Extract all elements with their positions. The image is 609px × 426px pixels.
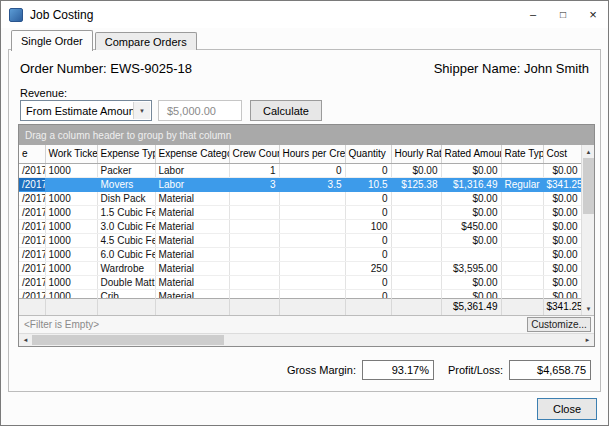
table-row[interactable]: /201710003.0 Cubic FeetMaterial100$450.0… <box>19 219 581 233</box>
cell[interactable] <box>229 247 279 261</box>
cell[interactable]: 10.5 <box>345 177 391 191</box>
cell[interactable]: Movers <box>97 177 155 191</box>
cell[interactable]: $0.00 <box>441 191 501 205</box>
cell[interactable]: 1.5 Cubic Feet <box>97 205 155 219</box>
cell[interactable]: Material <box>155 191 229 205</box>
cell[interactable]: Regular <box>501 177 543 191</box>
column-header[interactable]: Work Ticket <box>45 145 97 163</box>
cell[interactable] <box>501 191 543 205</box>
cell[interactable] <box>501 205 543 219</box>
column-header[interactable]: Rated Amount <box>441 145 501 163</box>
cell[interactable]: 0 <box>345 289 391 298</box>
cell[interactable] <box>229 233 279 247</box>
cell[interactable]: 1000 <box>45 191 97 205</box>
cell[interactable]: $450.00 <box>441 219 501 233</box>
table-row[interactable]: /201710004.5 Cubic FeetMaterial0$0.00$0.… <box>19 233 581 247</box>
cell[interactable]: Material <box>155 247 229 261</box>
column-header[interactable]: Crew Count <box>229 145 279 163</box>
cell[interactable] <box>279 205 345 219</box>
cell[interactable]: Dish Pack <box>97 191 155 205</box>
cell[interactable]: /2017 <box>19 177 45 191</box>
cell[interactable] <box>279 247 345 261</box>
cell[interactable]: 1000 <box>45 261 97 275</box>
column-header[interactable]: Hourly Rate <box>391 145 441 163</box>
cell[interactable]: 1000 <box>45 205 97 219</box>
column-header[interactable]: Expense Type <box>97 145 155 163</box>
cell[interactable]: Material <box>155 233 229 247</box>
close-window-button[interactable]: × <box>578 1 608 28</box>
cell[interactable]: $0.00 <box>441 275 501 289</box>
table-row[interactable]: /20171000PackerLabor100$0.00$0.00$0.00 <box>19 163 581 177</box>
cell[interactable] <box>229 261 279 275</box>
cell[interactable]: 1000 <box>45 289 97 298</box>
cell[interactable]: 1000 <box>45 275 97 289</box>
table-row[interactable]: /20171000Double Matt.Material0$0.00$0.00 <box>19 275 581 289</box>
cell[interactable]: 1000 <box>45 233 97 247</box>
calculate-button[interactable]: Calculate <box>250 100 322 121</box>
cell[interactable] <box>229 289 279 298</box>
cell[interactable] <box>501 275 543 289</box>
cell[interactable]: Material <box>155 289 229 298</box>
cell[interactable]: 3 <box>229 177 279 191</box>
revenue-amount-input[interactable]: $5,000.00 <box>158 100 242 121</box>
cell[interactable]: /2017 <box>19 205 45 219</box>
cell[interactable]: $0.00 <box>441 233 501 247</box>
cell[interactable]: $125.38 <box>391 177 441 191</box>
cell[interactable] <box>501 163 543 177</box>
cell[interactable]: 4.5 Cubic Feet <box>97 233 155 247</box>
table-row[interactable]: /201710001.5 Cubic FeetMaterial0$0.00$0.… <box>19 205 581 219</box>
cell[interactable] <box>501 219 543 233</box>
cell[interactable]: 0 <box>279 163 345 177</box>
scroll-up-button[interactable]: ▲ <box>582 145 595 158</box>
cell[interactable]: 3.0 Cubic Feet <box>97 219 155 233</box>
cell[interactable]: $0.00 <box>543 289 581 298</box>
cell[interactable]: /2017 <box>19 191 45 205</box>
cell[interactable]: /2017 <box>19 219 45 233</box>
cell[interactable] <box>279 219 345 233</box>
horizontal-scrollbar-thumb[interactable] <box>32 335 224 345</box>
table-row[interactable]: /20171000WardrobeMaterial250$3,595.00$0.… <box>19 261 581 275</box>
cell[interactable] <box>279 233 345 247</box>
horizontal-scrollbar[interactable]: ◄ ► <box>19 333 594 346</box>
cell[interactable] <box>501 247 543 261</box>
cell[interactable]: 6.0 Cubic Feet <box>97 247 155 261</box>
cell[interactable] <box>391 261 441 275</box>
cell[interactable]: Material <box>155 261 229 275</box>
cell[interactable]: $0.00 <box>391 163 441 177</box>
cell[interactable]: Wardrobe <box>97 261 155 275</box>
cell[interactable]: /2017 <box>19 261 45 275</box>
cell[interactable]: $0.00 <box>543 219 581 233</box>
vertical-scrollbar[interactable]: ▲ ▼ <box>581 145 594 315</box>
cell[interactable] <box>501 289 543 298</box>
cell[interactable]: $0.00 <box>543 275 581 289</box>
cell[interactable]: 1000 <box>45 247 97 261</box>
cell[interactable]: 0 <box>345 163 391 177</box>
cell[interactable] <box>391 247 441 261</box>
cell[interactable]: $0.00 <box>543 261 581 275</box>
cell[interactable]: Material <box>155 205 229 219</box>
cell[interactable] <box>279 261 345 275</box>
cell[interactable]: Labor <box>155 163 229 177</box>
cell[interactable]: 1000 <box>45 163 97 177</box>
vertical-scrollbar-thumb[interactable] <box>583 158 594 214</box>
column-header[interactable]: Hours per Crew <box>279 145 345 163</box>
table-row[interactable]: /201710006.0 Cubic FeetMaterial0$0.00 <box>19 247 581 261</box>
cell[interactable]: 250 <box>345 261 391 275</box>
customize-button[interactable]: Customize... <box>527 317 591 332</box>
table-row[interactable]: /20171000Dish PackMaterial0$0.00$0.00 <box>19 191 581 205</box>
cell[interactable]: /2017 <box>19 275 45 289</box>
cell[interactable]: $1,316.49 <box>441 177 501 191</box>
cell[interactable]: 1 <box>229 163 279 177</box>
cell[interactable]: Packer <box>97 163 155 177</box>
cell[interactable]: Labor <box>155 177 229 191</box>
cell[interactable] <box>45 177 97 191</box>
cell[interactable]: Double Matt. <box>97 275 155 289</box>
cell[interactable]: 1000 <box>45 219 97 233</box>
close-button[interactable]: Close <box>537 398 597 420</box>
cell[interactable]: $0.00 <box>543 191 581 205</box>
cell[interactable]: /2017 <box>19 289 45 298</box>
cell[interactable] <box>391 275 441 289</box>
cell[interactable]: $0.00 <box>543 247 581 261</box>
cell[interactable]: $0.00 <box>441 205 501 219</box>
revenue-source-dropdown[interactable]: From Estimate Amount ▼ <box>20 100 152 121</box>
